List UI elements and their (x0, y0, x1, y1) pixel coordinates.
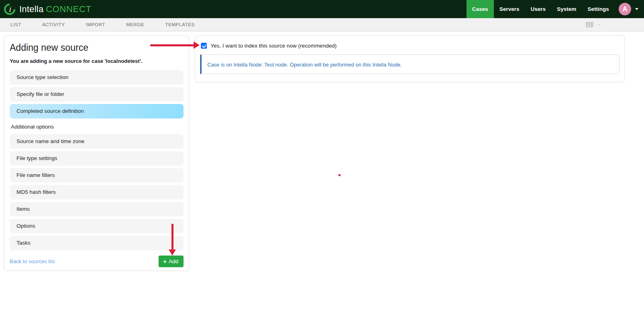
nav-item-system[interactable]: System (551, 0, 582, 18)
brand-name: Intella (19, 4, 43, 14)
columns-icon[interactable] (586, 22, 594, 27)
add-button[interactable]: + Add (159, 256, 184, 267)
index-now-checkbox[interactable] (201, 43, 207, 49)
case-subnav: LIST ACTIVITY IMPORT MERGE TEMPLATES (0, 18, 644, 31)
option-options[interactable]: Options (10, 219, 184, 233)
index-now-label[interactable]: Yes, I want to index this source now (re… (211, 43, 336, 49)
user-avatar[interactable]: A (619, 3, 631, 15)
nav-item-cases[interactable]: Cases (466, 0, 494, 18)
node-info-box: Case is on Intella Node: Test node. Oper… (200, 54, 619, 74)
add-source-wizard-card: Adding new source You are adding a new s… (4, 35, 189, 271)
index-source-panel: Yes, I want to index this source now (re… (195, 35, 625, 82)
step-specify-file-or-folder[interactable]: Specify file or folder (10, 87, 184, 102)
intella-logo-icon: i (2, 1, 18, 17)
option-items[interactable]: Items (10, 202, 184, 216)
subnav-item-merge[interactable]: MERGE (116, 22, 155, 27)
subnav-item-activity[interactable]: ACTIVITY (32, 22, 76, 27)
nav-item-settings[interactable]: Settings (582, 0, 615, 18)
columns-caret-icon[interactable] (598, 24, 601, 27)
subnav-item-import[interactable]: IMPORT (75, 22, 116, 27)
wizard-footer: Back to sources list + Add (10, 256, 184, 267)
option-tasks[interactable]: Tasks (10, 236, 184, 250)
node-info-text: Case is on Intella Node: Test node. Oper… (207, 62, 402, 68)
step-source-type-selection[interactable]: Source type selection (10, 70, 184, 85)
avatar-dropdown-caret-icon[interactable] (635, 8, 638, 12)
subnav-item-templates[interactable]: TEMPLATES (155, 22, 205, 27)
app-header: i IntellaCONNECT Cases Servers Users Sys… (0, 0, 644, 18)
brand-logo[interactable]: i IntellaCONNECT (0, 4, 91, 15)
wizard-subtitle: You are adding a new source for case 'lo… (10, 58, 184, 64)
index-now-row: Yes, I want to index this source now (re… (200, 41, 619, 49)
brand-suffix: CONNECT (46, 4, 91, 14)
subnav-item-list[interactable]: LIST (0, 22, 32, 27)
brand-text: IntellaCONNECT (19, 4, 91, 15)
additional-options-label: Additional options (10, 124, 184, 130)
add-button-label: Add (169, 258, 178, 264)
nav-item-users[interactable]: Users (525, 0, 551, 18)
annotation-red-dot (339, 174, 341, 176)
page-title: Adding new source (10, 42, 184, 53)
top-navigation: Cases Servers Users System Settings A (466, 0, 644, 18)
option-source-name-time-zone[interactable]: Source name and time zone (10, 134, 184, 149)
nav-item-servers[interactable]: Servers (494, 0, 525, 18)
option-file-name-filters[interactable]: File name filters (10, 168, 184, 183)
back-to-sources-link[interactable]: Back to sources list (10, 258, 55, 264)
option-file-type-settings[interactable]: File type settings (10, 151, 184, 166)
step-completed-source-definition[interactable]: Completed source definition (10, 104, 184, 118)
option-md5-hash-filters[interactable]: MD5 hash filters (10, 185, 184, 199)
plus-icon: + (163, 259, 167, 264)
